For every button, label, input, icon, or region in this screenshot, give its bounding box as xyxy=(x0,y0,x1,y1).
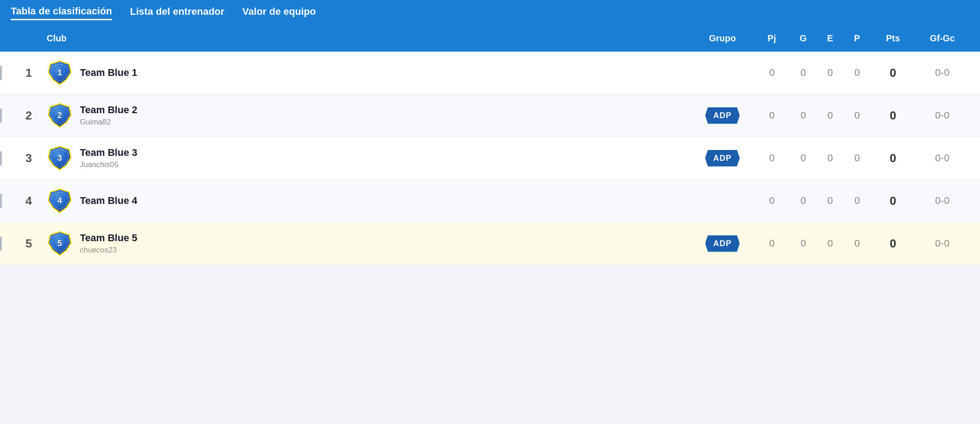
header-p: P xyxy=(844,33,871,44)
adp-badge: ADP xyxy=(705,235,739,252)
p-cell: 0 xyxy=(844,238,871,249)
team-name: Team Blue 3 xyxy=(80,147,137,159)
p-cell: 0 xyxy=(844,152,871,164)
rank-cell: 3 xyxy=(0,151,47,165)
header-gfgc: Gf-Gc xyxy=(915,33,969,44)
team-manager: chuecos23 xyxy=(80,246,137,255)
header-pts: Pts xyxy=(871,33,915,44)
e-cell: 0 xyxy=(817,67,844,79)
adp-badge: ADP xyxy=(705,107,739,124)
table-row[interactable]: 4 4 Team Blue 4 xyxy=(0,180,980,222)
club-cell: 2 Team Blue 2 Guima82 xyxy=(47,102,691,128)
table-row[interactable]: 2 2 Team Blue 2 Guima82 xyxy=(0,94,980,137)
rank-cell: 4 xyxy=(0,194,47,208)
pj-cell: 0 xyxy=(754,152,790,164)
gfgc-cell: 0-0 xyxy=(915,110,969,121)
e-cell: 0 xyxy=(817,152,844,164)
club-cell: 4 Team Blue 4 xyxy=(47,188,691,214)
team-badge: 3 xyxy=(47,145,73,171)
grupo-cell: ADP xyxy=(691,150,754,167)
pts-cell: 0 xyxy=(871,151,915,165)
gfgc-cell: 0-0 xyxy=(915,67,969,79)
pj-cell: 0 xyxy=(754,67,790,79)
p-cell: 0 xyxy=(844,195,871,207)
top-navigation: Tabla de clasificación Lista del entrena… xyxy=(0,0,980,25)
gfgc-cell: 0-0 xyxy=(915,238,969,249)
grupo-cell: ADP xyxy=(691,235,754,252)
e-cell: 0 xyxy=(817,238,844,249)
pj-cell: 0 xyxy=(754,110,790,121)
pts-cell: 0 xyxy=(871,237,915,251)
team-name: Team Blue 4 xyxy=(80,195,137,207)
team-manager: Juanchis05 xyxy=(80,160,137,169)
table-row[interactable]: 5 5 Team Blue 5 chuecos23 xyxy=(0,222,980,265)
p-cell: 0 xyxy=(844,110,871,121)
team-badge: 1 xyxy=(47,60,73,86)
badge-number: 3 xyxy=(57,154,62,163)
header-grupo: Grupo xyxy=(691,33,754,44)
team-name: Team Blue 5 xyxy=(80,232,137,244)
e-cell: 0 xyxy=(817,110,844,121)
standings-table: Club Grupo Pj G E P Pts Gf-Gc 1 xyxy=(0,25,980,265)
nav-clasificacion[interactable]: Tabla de clasificación xyxy=(11,5,112,20)
team-badge: 2 xyxy=(47,102,73,128)
team-manager: Guima82 xyxy=(80,118,137,127)
nav-valor[interactable]: Valor de equipo xyxy=(242,6,316,19)
table-row[interactable]: 3 3 Team Blue 3 Juanchis05 xyxy=(0,137,980,180)
header-club: Club xyxy=(47,33,691,44)
team-info: Team Blue 4 xyxy=(80,195,137,207)
header-pj: Pj xyxy=(754,33,790,44)
g-cell: 0 xyxy=(790,195,817,207)
club-cell: 1 Team Blue 1 xyxy=(47,60,691,86)
grupo-cell: ADP xyxy=(691,107,754,124)
team-name: Team Blue 1 xyxy=(80,67,137,79)
adp-badge: ADP xyxy=(705,150,739,167)
g-cell: 0 xyxy=(790,110,817,121)
team-badge: 5 xyxy=(47,230,73,256)
gfgc-cell: 0-0 xyxy=(915,195,969,207)
rank-cell: 2 xyxy=(0,109,47,123)
g-cell: 0 xyxy=(790,238,817,249)
table-row[interactable]: 1 1 Team Blue 1 xyxy=(0,52,980,94)
badge-number: 5 xyxy=(57,239,62,248)
team-info: Team Blue 3 Juanchis05 xyxy=(80,147,137,169)
badge-number: 4 xyxy=(57,196,62,206)
g-cell: 0 xyxy=(790,152,817,164)
e-cell: 0 xyxy=(817,195,844,207)
badge-number: 2 xyxy=(57,111,62,120)
rank-cell: 1 xyxy=(0,66,47,80)
club-cell: 3 Team Blue 3 Juanchis05 xyxy=(47,145,691,171)
header-e: E xyxy=(817,33,844,44)
team-name: Team Blue 2 xyxy=(80,104,137,116)
gfgc-cell: 0-0 xyxy=(915,152,969,164)
g-cell: 0 xyxy=(790,67,817,79)
rank-cell: 5 xyxy=(0,237,47,251)
club-cell: 5 Team Blue 5 chuecos23 xyxy=(47,230,691,256)
badge-number: 1 xyxy=(57,68,62,78)
pts-cell: 0 xyxy=(871,66,915,80)
team-info: Team Blue 2 Guima82 xyxy=(80,104,137,127)
table-body: 1 1 Team Blue 1 xyxy=(0,52,980,265)
team-badge: 4 xyxy=(47,188,73,214)
pts-cell: 0 xyxy=(871,109,915,123)
p-cell: 0 xyxy=(844,67,871,79)
table-header: Club Grupo Pj G E P Pts Gf-Gc xyxy=(0,25,980,52)
pj-cell: 0 xyxy=(754,238,790,249)
nav-entrenador[interactable]: Lista del entrenador xyxy=(130,6,224,19)
pj-cell: 0 xyxy=(754,195,790,207)
header-g: G xyxy=(790,33,817,44)
team-info: Team Blue 1 xyxy=(80,67,137,79)
pts-cell: 0 xyxy=(871,194,915,208)
team-info: Team Blue 5 chuecos23 xyxy=(80,232,137,255)
